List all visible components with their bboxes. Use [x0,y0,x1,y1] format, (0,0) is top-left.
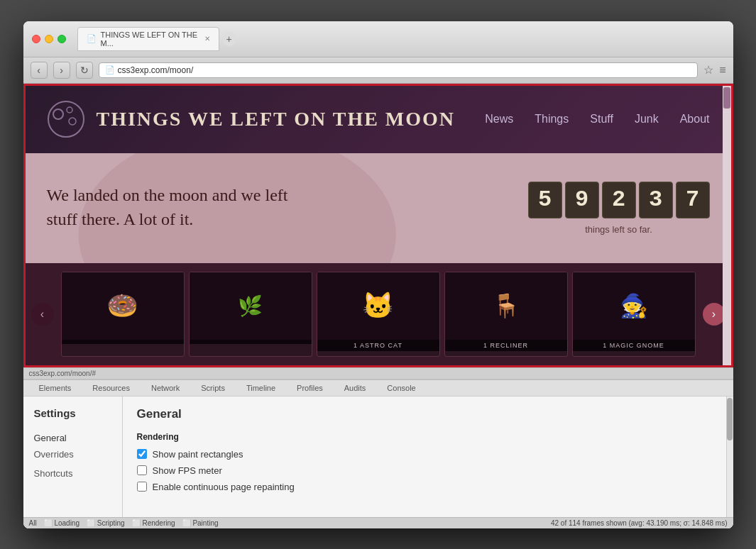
status-bar: css3exp.com/moon/# [23,367,733,379]
devtools-sidebar: Settings General Overrides Shortcuts [23,396,123,517]
checkbox-fps-label: Show FPS meter [153,465,222,476]
mac-window: 📄 THINGS WE LEFT ON THE M... ✕ + ‹ › ↻ 📄… [23,21,733,528]
scrollbar-track[interactable] [723,86,731,365]
devtools-tabs: Elements Resources Network Scripts Timel… [23,380,733,396]
item-image-cat: 🐱 [317,272,439,340]
devtools-content: General Rendering Show paint rectangles … [123,396,726,517]
site-header: THINGS WE LEFT ON THE MOON News Things S… [26,86,731,153]
counter-digits: 5 9 2 3 7 [528,182,710,218]
devtools-tab-timeline[interactable]: Timeline [236,380,285,396]
devtools-tab-scripts[interactable]: Scripts [191,380,235,396]
checkbox-continuous: Enable continuous page repainting [137,482,712,492]
sidebar-item-overrides[interactable]: Overrides [34,446,111,462]
checkbox-paint-rects-input[interactable] [137,449,147,459]
item-image-recliner: 🪑 [445,272,567,340]
carousel-section: ‹ 🍩 🌿 [26,263,731,365]
devtools-tab-profiles[interactable]: Profiles [287,380,333,396]
hero-section: We landed on the moon and we left stuff … [26,153,731,263]
page-icon: 📄 [87,34,97,43]
digit-5: 7 [676,182,710,218]
digit-3: 2 [602,182,636,218]
site-title: THINGS WE LEFT ON THE MOON [97,108,456,131]
devtools-tab-network[interactable]: Network [141,380,190,396]
page-icon: 📄 [105,65,115,74]
site-nav: News Things Stuff Junk About [485,113,709,126]
tab-close-icon[interactable]: ✕ [204,35,210,43]
sidebar-item-shortcuts[interactable]: Shortcuts [34,465,111,482]
devtools-tab-audits[interactable]: Audits [334,380,376,396]
close-button[interactable] [32,35,40,43]
site-logo-area: THINGS WE LEFT ON THE MOON [47,100,456,139]
devtools-content-title: General [137,407,712,421]
checkbox-continuous-input[interactable] [137,482,147,492]
title-bar: 📄 THINGS WE LEFT ON THE M... ✕ + [23,21,733,57]
item-image-lawnmower: 🌿 [190,272,312,340]
svg-point-1 [53,109,63,119]
svg-point-2 [67,107,72,113]
maximize-button[interactable] [57,35,66,43]
nav-news[interactable]: News [485,113,513,126]
list-item[interactable]: 🌿 [189,272,312,357]
carousel-prev-button[interactable]: ‹ [31,303,54,326]
traffic-lights [32,35,66,43]
url-bar[interactable]: 📄 css3exp.com/moon/ [99,62,699,78]
url-text: css3exp.com/moon/ [118,65,194,75]
devtools-scrollbar[interactable] [726,396,733,517]
devtools-tab-elements[interactable]: Elements [29,380,82,396]
nav-things[interactable]: Things [535,113,569,126]
moon-logo [47,100,86,139]
digit-1: 5 [528,182,562,218]
list-item[interactable]: 🐱 1 ASTRO CAT [317,272,440,357]
scrollbar-thumb[interactable] [723,87,730,109]
svg-point-0 [48,101,84,137]
status-scripting[interactable]: ⬜ Scripting [87,519,125,527]
item-label-lawnmower [190,340,312,344]
devtools-scrollbar-thumb[interactable] [727,398,733,440]
counter-area: 5 9 2 3 7 things left so far. [528,182,710,235]
forward-button[interactable]: › [53,62,70,79]
digit-2: 9 [565,182,599,218]
minimize-button[interactable] [45,35,53,43]
hero-text: We landed on the moon and we left stuff … [47,184,288,231]
nav-junk[interactable]: Junk [635,113,659,126]
new-tab-button[interactable]: + [222,32,236,46]
checkbox-paint-rects: Show paint rectangles [137,449,712,460]
item-label-cat: 1 ASTRO CAT [317,340,439,351]
status-loading[interactable]: ⬜ Loading [44,519,80,527]
devtools-panel: Elements Resources Network Scripts Timel… [23,379,733,528]
item-image-donut: 🍩 [62,272,184,340]
devtools-tab-resources[interactable]: Resources [82,380,140,396]
back-button[interactable]: ‹ [31,62,48,79]
status-all[interactable]: All [29,519,37,527]
svg-point-3 [69,118,76,125]
checkbox-continuous-label: Enable continuous page repainting [153,482,295,492]
bookmark-icon[interactable]: ☆ [703,63,713,77]
address-bar: ‹ › ↻ 📄 css3exp.com/moon/ ☆ ≡ [23,57,733,84]
status-rendering[interactable]: ⬜ Rendering [132,519,175,527]
list-item[interactable]: 🪑 1 RECLINER [444,272,568,357]
reload-button[interactable]: ↻ [76,62,93,79]
devtools-body: Settings General Overrides Shortcuts Gen… [23,396,733,517]
item-label-gnome: 1 MAGIC GNOME [573,340,695,351]
hero-line2: stuff there. A lot of it. [47,210,194,228]
nav-stuff[interactable]: Stuff [590,113,613,126]
list-item[interactable]: 🧙 1 MAGIC GNOME [572,272,696,357]
digit-4: 3 [639,182,673,218]
hero-line1: We landed on the moon and we left [47,186,288,204]
active-tab[interactable]: 📄 THINGS WE LEFT ON THE M... ✕ [77,27,219,51]
list-item[interactable]: 🍩 [61,272,185,357]
status-painting[interactable]: ⬜ Painting [182,519,219,527]
bottom-status-bar: All ⬜ Loading ⬜ Scripting ⬜ Rendering ⬜ … [23,517,733,528]
frame-info: 42 of 114 frames shown (avg: 43.190 ms; … [551,519,728,527]
item-label-recliner: 1 RECLINER [445,340,567,351]
menu-icon[interactable]: ≡ [719,64,725,77]
devtools-tab-console[interactable]: Console [377,380,425,396]
checkbox-fps-input[interactable] [137,465,147,475]
item-label-donut [62,340,184,344]
item-image-gnome: 🧙 [573,272,695,340]
status-url: css3exp.com/moon/# [29,370,97,377]
website-wrapper: THINGS WE LEFT ON THE MOON News Things S… [23,84,733,367]
nav-about[interactable]: About [680,113,710,126]
counter-label: things left so far. [528,224,710,235]
sidebar-item-general[interactable]: General [34,430,111,446]
